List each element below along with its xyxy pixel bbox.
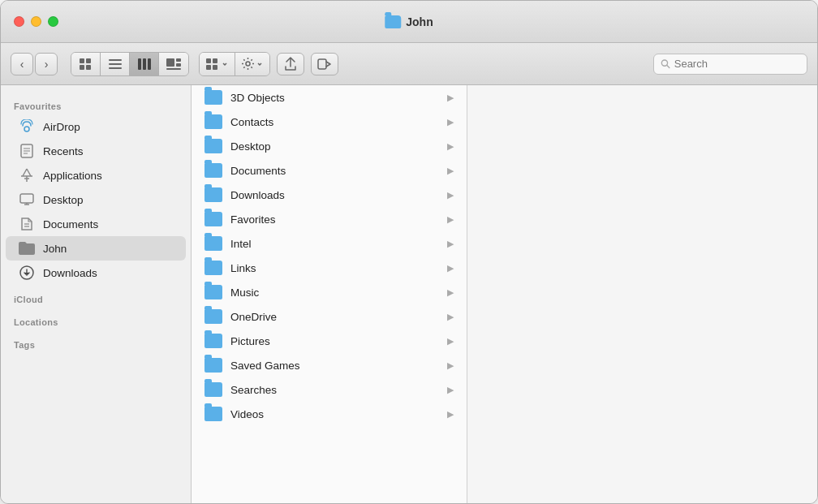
file-folder-icon	[204, 261, 222, 275]
list-view-button[interactable]	[101, 53, 130, 75]
file-item[interactable]: Intel ▶	[192, 231, 467, 256]
tag-button[interactable]	[311, 53, 338, 75]
expand-arrow-icon: ▶	[447, 409, 454, 420]
group-chevron-icon	[222, 61, 228, 67]
file-name: Favorites	[230, 213, 439, 226]
close-button[interactable]	[14, 16, 24, 27]
column-view-icon	[138, 58, 151, 70]
search-box[interactable]	[653, 54, 807, 75]
sidebar-item-recents[interactable]: Recents	[6, 139, 186, 163]
gallery-view-icon	[166, 58, 181, 70]
file-item[interactable]: 3D Objects ▶	[192, 85, 467, 110]
titlebar: John	[1, 1, 817, 43]
file-item[interactable]: Videos ▶	[192, 402, 467, 426]
sidebar-item-label: Downloads	[43, 267, 97, 279]
forward-icon: ›	[45, 58, 49, 71]
forward-button[interactable]: ›	[35, 53, 58, 75]
minimize-button[interactable]	[31, 16, 41, 27]
file-name: Pictures	[230, 335, 439, 347]
file-folder-icon	[204, 212, 222, 226]
applications-icon	[19, 167, 35, 183]
file-name: Downloads	[230, 189, 439, 201]
file-folder-icon	[204, 236, 222, 251]
file-item[interactable]: Pictures ▶	[192, 329, 467, 353]
svg-rect-16	[206, 65, 211, 70]
expand-arrow-icon: ▶	[447, 312, 454, 322]
file-item[interactable]: Documents ▶	[192, 158, 467, 183]
svg-rect-1	[86, 58, 91, 63]
action-chevron-icon	[256, 61, 263, 67]
tag-icon	[317, 58, 332, 70]
file-folder-icon	[204, 285, 222, 299]
svg-rect-4	[109, 59, 122, 61]
file-name: Intel	[230, 238, 439, 250]
file-item[interactable]: Music ▶	[192, 280, 467, 304]
svg-rect-5	[109, 63, 122, 65]
svg-rect-32	[20, 194, 33, 203]
group-button[interactable]	[200, 53, 235, 75]
sidebar-item-label: Desktop	[43, 194, 84, 206]
search-icon	[661, 58, 670, 69]
svg-rect-11	[176, 58, 181, 62]
column-pane-empty	[467, 85, 817, 503]
sidebar-item-airdrop[interactable]: AirDrop	[6, 114, 186, 139]
file-name: 3D Objects	[230, 92, 439, 104]
sidebar-item-desktop[interactable]: Desktop	[6, 187, 186, 212]
icon-view-button[interactable]	[71, 53, 101, 75]
airdrop-icon	[19, 118, 35, 135]
file-item[interactable]: Saved Games ▶	[192, 353, 467, 377]
expand-arrow-icon: ▶	[447, 239, 454, 249]
sidebar-item-documents[interactable]: Documents	[6, 212, 186, 236]
sidebar-item-label: John	[43, 243, 67, 255]
file-folder-icon	[204, 358, 222, 373]
file-item[interactable]: Favorites ▶	[192, 207, 467, 231]
search-input[interactable]	[674, 58, 800, 70]
file-item[interactable]: OneDrive ▶	[192, 304, 467, 329]
file-item[interactable]: Desktop ▶	[192, 134, 467, 158]
svg-point-18	[246, 62, 250, 66]
sidebar-item-downloads[interactable]: Downloads	[6, 261, 186, 285]
back-button[interactable]: ‹	[11, 53, 33, 75]
locations-header: Locations	[1, 308, 191, 330]
svg-rect-0	[80, 58, 84, 63]
expand-arrow-icon: ▶	[447, 93, 454, 103]
documents-icon	[19, 216, 35, 232]
svg-rect-8	[143, 58, 146, 70]
downloads-icon	[19, 265, 35, 281]
svg-rect-6	[109, 67, 122, 69]
file-item[interactable]: Downloads ▶	[192, 183, 467, 207]
share-button[interactable]	[277, 53, 304, 75]
column-pane-john: 3D Objects ▶ Contacts ▶ Desktop ▶ Docume…	[192, 85, 467, 503]
sidebar-item-applications[interactable]: Applications	[6, 163, 186, 187]
file-folder-icon	[204, 309, 222, 324]
sidebar-item-john[interactable]: John	[6, 236, 186, 261]
file-folder-icon	[204, 114, 222, 129]
svg-rect-3	[86, 65, 91, 70]
file-item[interactable]: Searches ▶	[192, 377, 467, 402]
svg-rect-13	[166, 68, 181, 70]
action-button[interactable]	[235, 53, 269, 75]
expand-arrow-icon: ▶	[447, 117, 454, 127]
gallery-view-button[interactable]	[159, 53, 188, 75]
group-action-buttons	[199, 52, 270, 76]
list-view-icon	[109, 58, 122, 70]
icon-view-icon	[80, 58, 93, 70]
expand-arrow-icon: ▶	[447, 214, 454, 225]
file-item[interactable]: Contacts ▶	[192, 110, 467, 134]
maximize-button[interactable]	[48, 16, 58, 27]
file-folder-icon	[204, 163, 222, 178]
gear-icon	[242, 58, 254, 70]
view-buttons	[71, 52, 189, 76]
file-list: 3D Objects ▶ Contacts ▶ Desktop ▶ Docume…	[192, 85, 467, 426]
recents-icon	[19, 143, 35, 159]
back-icon: ‹	[20, 58, 24, 71]
svg-rect-12	[176, 63, 181, 67]
expand-arrow-icon: ▶	[447, 336, 454, 347]
john-folder-icon	[19, 240, 35, 256]
column-view-button[interactable]	[130, 53, 159, 75]
svg-rect-15	[213, 58, 217, 63]
file-folder-icon	[204, 407, 222, 421]
file-item[interactable]: Links ▶	[192, 256, 467, 280]
file-name: Contacts	[230, 116, 439, 128]
svg-rect-17	[213, 65, 217, 70]
